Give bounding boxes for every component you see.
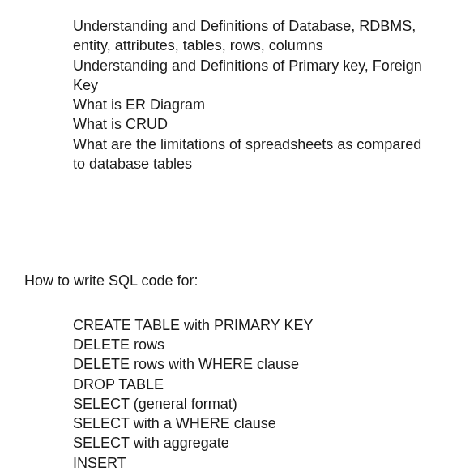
list-item: What is CRUD [73,114,437,134]
list-item: DELETE rows with WHERE clause [73,354,437,374]
list-item: CREATE TABLE with PRIMARY KEY [73,315,437,335]
sql-list-block: CREATE TABLE with PRIMARY KEY DELETE row… [73,315,437,473]
list-item: SELECT with aggregate [73,433,437,452]
section-heading: How to write SQL code for: [24,271,437,290]
list-item: What are the limitations of spreadsheets… [73,135,437,174]
list-item: Understanding and Definitions of Primary… [73,56,437,96]
list-item: DROP TABLE [73,375,437,394]
list-item: What is ER Diagram [73,95,437,114]
list-item: Understanding and Definitions of Databas… [73,16,437,56]
list-item: SELECT (general format) [73,394,437,414]
list-item: SELECT with a WHERE clause [73,414,437,433]
list-item: INSERT [73,453,437,473]
topics-list-block: Understanding and Definitions of Databas… [73,16,437,174]
list-item: DELETE rows [73,335,437,354]
